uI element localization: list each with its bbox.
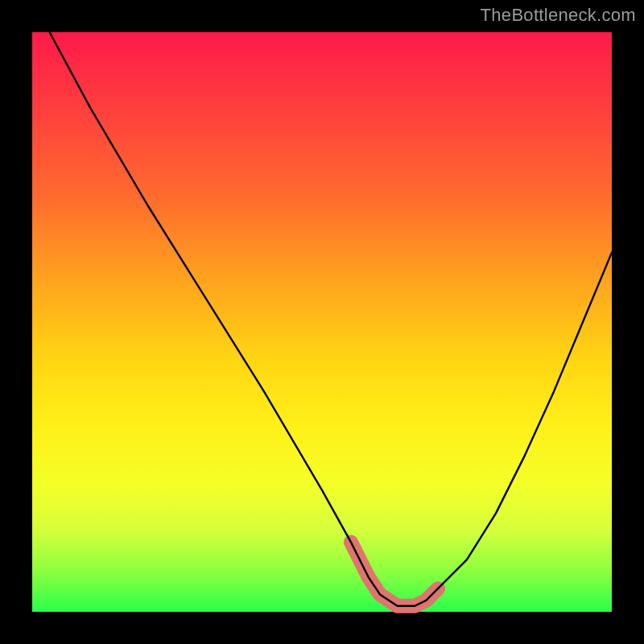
plot-area bbox=[32, 32, 612, 612]
curve-layer bbox=[32, 32, 612, 612]
chart-frame: TheBottleneck.com bbox=[0, 0, 644, 644]
watermark-label: TheBottleneck.com bbox=[481, 5, 636, 26]
highlight-segment bbox=[351, 543, 438, 606]
bottleneck-curve bbox=[50, 32, 612, 606]
